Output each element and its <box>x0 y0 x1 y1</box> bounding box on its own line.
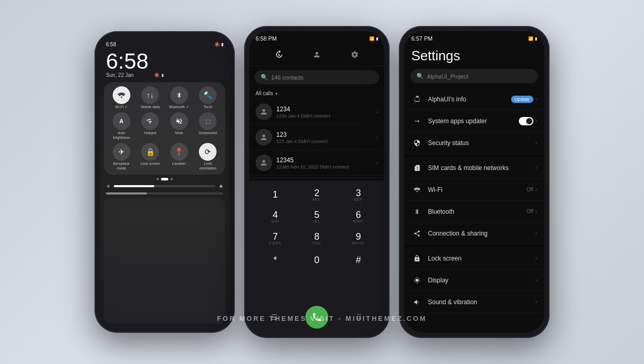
watermark: FOR MORE THEMES VISIT - MIUITHEMEZ.COM <box>217 315 427 322</box>
tile-hotspot[interactable]: Hotspot <box>138 112 163 140</box>
call-item-3[interactable]: 12345 12345 Nov 10, 2022 Didn't connect … <box>249 150 384 176</box>
settings-list: AlphaUI's info Update › System apps upda… <box>404 88 544 333</box>
call-arrow-3: › <box>377 160 378 166</box>
tile-bluetooth[interactable]: Bluetooth ✓ <box>167 86 192 109</box>
settings-item-connection[interactable]: Connection & sharing › <box>404 223 544 244</box>
p3-status-icons: 📶 ▮ <box>528 36 537 41</box>
dnd-icon-2: 🔕 <box>154 73 159 77</box>
dial-key-0[interactable]: 0 <box>301 250 332 270</box>
dial-key-2[interactable]: 2ABC <box>301 185 332 204</box>
tile-torch[interactable]: 🔦 Torch <box>195 86 220 109</box>
call-item-1[interactable]: 1234 1234 Jan 4 Didn't connect › <box>249 99 384 125</box>
call-name-2: 123 <box>276 131 372 138</box>
tab-contacts[interactable] <box>309 47 325 62</box>
dial-key-6[interactable]: 6MNO <box>343 206 374 226</box>
dial-key-8[interactable]: 8TUV <box>301 228 332 248</box>
connection-arrow-icon: › <box>535 230 537 236</box>
tile-mute[interactable]: Mute <box>167 112 192 140</box>
call-arrow-1: › <box>377 109 378 115</box>
settings-item-lockscreen[interactable]: Lock screen › <box>404 248 544 269</box>
sound-right: › <box>535 299 537 305</box>
dial-row-3: 7PQRS 8TUV 9WXYZ <box>254 228 379 248</box>
settings-item-bluetooth[interactable]: Bluetooth Off › <box>404 201 544 223</box>
wifi-icon <box>113 86 130 104</box>
call-detail-1: 1234 Jan 4 Didn't connect <box>276 113 372 119</box>
tab-recents[interactable] <box>271 47 287 62</box>
calls-filter[interactable]: All calls ▾ <box>249 88 384 99</box>
brightness-track[interactable] <box>114 185 216 187</box>
dial-row-2: 4GHI 5JKL 6MNO <box>254 206 379 226</box>
p3-statusbar: 6:57 PM 📶 ▮ <box>404 31 544 44</box>
hotspot-label: Hotspot <box>144 131 156 135</box>
call-info-3: 12345 12345 Nov 10, 2022 Didn't connect <box>276 157 372 170</box>
lockscreen-arrow-icon: › <box>535 255 537 261</box>
sound-arrow-icon: › <box>535 299 537 305</box>
search-icon: 🔍 <box>261 74 268 81</box>
bluetooth-right: Off › <box>527 209 538 214</box>
tile-mobiledata[interactable]: ↑↓ Mobile data <box>138 86 163 109</box>
call-item-2[interactable]: 123 123 Jan 4 Didn't connect › <box>249 125 384 150</box>
dial-key-9[interactable]: 9WXYZ <box>343 228 374 248</box>
settings-item-sysapps[interactable]: System apps updater › <box>404 110 544 132</box>
search-placeholder: 146 contacts <box>271 74 303 81</box>
settings-item-display[interactable]: Display › <box>404 269 544 291</box>
settings-item-alphaui[interactable]: AlphaUI's info Update › <box>404 88 544 110</box>
tile-lockorientation[interactable]: ⟳ Lock orientation <box>195 143 220 171</box>
bluetooth-status: Off <box>527 209 533 214</box>
torch-label: Torch <box>204 105 212 109</box>
battery-icon: ▮ <box>221 42 223 47</box>
call-arrow-2: › <box>377 135 378 140</box>
dialer-tabs <box>249 44 384 66</box>
wifi-status: Off <box>527 187 533 192</box>
p2-search-bar[interactable]: 🔍 146 contacts <box>254 70 379 84</box>
bluetooth-settings-icon <box>411 206 423 217</box>
dial-key-7[interactable]: 7PQRS <box>260 228 291 248</box>
dial-key-5[interactable]: 5JKL <box>301 206 332 226</box>
phone-2: 6:58 PM 📶 ▮ 🔍 <box>244 26 390 338</box>
avatar-3 <box>256 154 272 171</box>
sim-settings-icon <box>411 162 423 174</box>
call-info-2: 123 123 Jan 4 Didn't connect <box>276 131 372 144</box>
p1-date-icons: 🔕 ▮ <box>154 73 164 77</box>
dial-key-1[interactable]: 1 <box>260 185 291 204</box>
dial-key-3[interactable]: 3DEF <box>343 185 374 204</box>
battery-icon-2: ▮ <box>162 73 164 77</box>
lockscreen-settings-icon <box>411 253 423 264</box>
avatar-1 <box>256 103 272 120</box>
settings-item-security[interactable]: Security status › <box>404 132 544 154</box>
dial-key-star[interactable]: * <box>260 250 291 270</box>
bluetooth-label: Bluetooth ✓ <box>169 105 189 109</box>
hotspot-icon <box>141 112 159 130</box>
sim-icon: 📶 <box>528 36 533 41</box>
tile-lockscreen[interactable]: 🔒 Lock screen <box>138 143 163 171</box>
dial-key-hash[interactable]: # <box>343 250 374 270</box>
dial-key-4[interactable]: 4GHI <box>260 206 291 226</box>
p3-time: 6:57 PM <box>411 35 433 42</box>
tile-airplane[interactable]: ✈ Aeroplane mode <box>109 143 134 171</box>
sysapps-label: System apps updater <box>428 118 514 125</box>
filter-label: All calls <box>256 90 273 96</box>
p1-bottom-blur <box>104 198 225 323</box>
settings-search[interactable]: 🔍 AlphaUI_Project <box>410 69 538 83</box>
settings-search-placeholder: AlphaUI_Project <box>427 73 468 80</box>
security-right: › <box>535 140 537 146</box>
tile-wifi[interactable]: Wi-Fi ✓ <box>109 86 134 109</box>
autobrightness-icon: A <box>113 112 130 130</box>
dialer-pad: 1 2ABC 3DEF 4GHI 5JKL 6MNO 7PQRS 8TUV 9W… <box>249 180 384 303</box>
sim-label: SIM cards & mobile networks <box>428 164 530 172</box>
dialer-divider <box>249 178 384 178</box>
tab-settings[interactable] <box>347 47 363 62</box>
tile-screenshot[interactable]: ⬚ Screenshot <box>195 112 220 140</box>
dot-1 <box>156 178 159 180</box>
settings-item-wifi[interactable]: Wi-Fi Off › <box>404 179 544 201</box>
autobrightness-label: Auto brightness <box>109 131 134 140</box>
settings-item-sim[interactable]: SIM cards & mobile networks › <box>404 157 544 179</box>
tile-location[interactable]: 📍 Location <box>167 143 192 171</box>
brightness-row: ☀ ☀ <box>104 184 225 189</box>
sysapps-toggle[interactable] <box>519 117 533 125</box>
tile-autobrightness[interactable]: A Auto brightness <box>109 112 134 140</box>
p1-clock: 6:58 <box>106 50 225 72</box>
sysapps-right: › <box>519 117 537 125</box>
settings-item-sound[interactable]: Sound & vibration › <box>404 291 544 313</box>
mute-icon <box>170 112 188 130</box>
